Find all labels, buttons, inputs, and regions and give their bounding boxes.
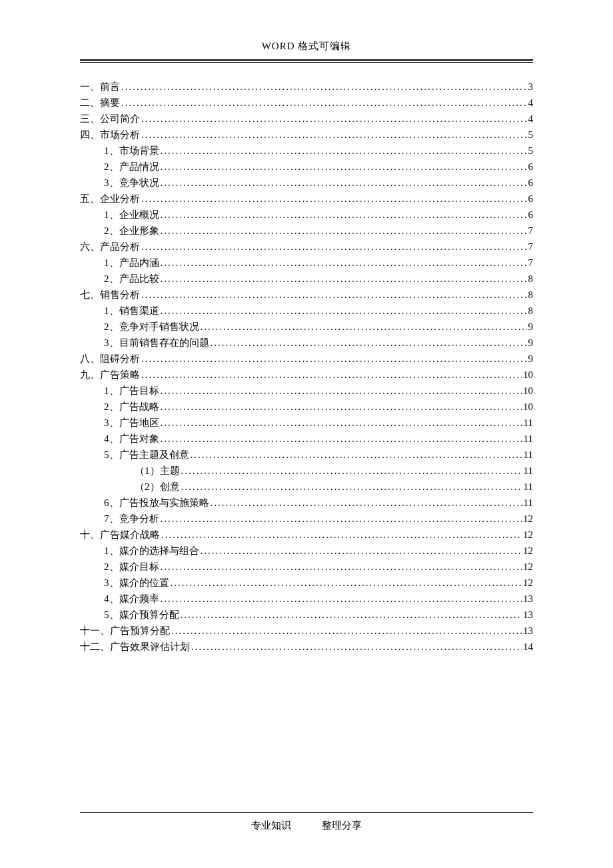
- toc-leader-dots: [181, 607, 522, 623]
- toc-entry-label: 2、产品情况: [104, 159, 159, 175]
- toc-entry-page: 8: [528, 287, 534, 303]
- toc-leader-dots: [141, 287, 527, 303]
- toc-entry-page: 13: [523, 623, 533, 639]
- toc-leader-dots: [161, 559, 522, 575]
- toc-leader-dots: [191, 639, 522, 655]
- toc-entry-page: 11: [524, 431, 533, 447]
- toc-leader-dots: [141, 127, 527, 143]
- toc-entry-label: 十一、广告预算分配: [80, 623, 170, 639]
- toc-entry[interactable]: 1、市场背景5: [80, 143, 533, 159]
- toc-entry[interactable]: 1、企业概况6: [80, 207, 533, 223]
- toc-entry-page: 12: [523, 511, 533, 527]
- toc-entry-page: 8: [528, 271, 534, 287]
- toc-entry[interactable]: 2、产品比较8: [80, 271, 533, 287]
- toc-entry[interactable]: 3、媒介的位置12: [80, 575, 533, 591]
- toc-leader-dots: [161, 223, 527, 239]
- footer-rule: [80, 812, 533, 813]
- toc-entry[interactable]: 1、广告目标10: [80, 383, 533, 399]
- toc-leader-dots: [171, 575, 522, 591]
- toc-entry-page: 7: [528, 239, 534, 255]
- toc-entry[interactable]: 二、摘要4: [80, 95, 533, 111]
- toc-entry[interactable]: 1、销售渠道8: [80, 303, 533, 319]
- toc-entry[interactable]: 7、竞争分析12: [80, 511, 533, 527]
- toc-entry[interactable]: 5、广告主题及创意11: [80, 447, 533, 463]
- toc-entry-page: 11: [524, 495, 533, 511]
- toc-entry[interactable]: 一、前言3: [80, 79, 533, 95]
- toc-leader-dots: [141, 351, 527, 367]
- toc-entry[interactable]: 2、企业形象7: [80, 223, 533, 239]
- toc-entry-label: 5、媒介预算分配: [104, 607, 179, 623]
- toc-leader-dots: [161, 591, 522, 607]
- toc-entry-label: 七、销售分析: [80, 287, 140, 303]
- toc-entry[interactable]: 2、产品情况6: [80, 159, 533, 175]
- toc-entry[interactable]: 五、企业分析6: [80, 191, 533, 207]
- toc-entry[interactable]: 3、目前销售存在的问题9: [80, 335, 533, 351]
- toc-entry-page: 10: [523, 367, 533, 383]
- toc-entry[interactable]: 八、阻碍分析9: [80, 351, 533, 367]
- toc-entry-page: 5: [528, 143, 534, 159]
- toc-entry-page: 5: [528, 127, 534, 143]
- toc-entry-label: 二、摘要: [80, 95, 120, 111]
- toc-entry-page: 7: [528, 255, 534, 271]
- toc-entry-label: 六、产品分析: [80, 239, 140, 255]
- toc-entry[interactable]: 九、广告策略10: [80, 367, 533, 383]
- toc-entry-label: 2、广告战略: [104, 399, 159, 415]
- toc-entry-page: 12: [523, 543, 533, 559]
- toc-entry-label: 4、媒介频率: [104, 591, 159, 607]
- toc-entry[interactable]: （2）创意11: [80, 479, 533, 495]
- toc-entry[interactable]: 十二、广告效果评估计划14: [80, 639, 533, 655]
- toc-leader-dots: [141, 111, 527, 127]
- toc-entry-label: 1、市场背景: [104, 143, 159, 159]
- toc-entry[interactable]: 4、广告对象11: [80, 431, 533, 447]
- toc-entry-label: 5、广告主题及创意: [104, 447, 189, 463]
- toc-entry-page: 11: [524, 447, 533, 463]
- toc-leader-dots: [161, 303, 527, 319]
- toc-entry-page: 12: [523, 575, 533, 591]
- toc-entry[interactable]: 6、广告投放与实施策略11: [80, 495, 533, 511]
- header-rule-thick: [80, 59, 533, 61]
- toc-entry[interactable]: 5、媒介预算分配13: [80, 607, 533, 623]
- toc-entry-page: 4: [528, 95, 534, 111]
- toc-entry[interactable]: 2、竞争对手销售状况9: [80, 319, 533, 335]
- toc-entry[interactable]: 2、媒介目标12: [80, 559, 533, 575]
- toc-leader-dots: [161, 383, 522, 399]
- toc-entry[interactable]: 1、媒介的选择与组合12: [80, 543, 533, 559]
- toc-entry-label: 1、产品内涵: [104, 255, 159, 271]
- toc-leader-dots: [121, 95, 527, 111]
- footer-text-right: 整理分享: [322, 820, 362, 831]
- toc-entry-label: 十二、广告效果评估计划: [80, 639, 190, 655]
- toc-entry-label: 6、广告投放与实施策略: [104, 495, 209, 511]
- toc-leader-dots: [181, 479, 522, 495]
- toc-entry[interactable]: 六、产品分析7: [80, 239, 533, 255]
- toc-entry[interactable]: 十一、广告预算分配13: [80, 623, 533, 639]
- toc-entry[interactable]: 1、产品内涵7: [80, 255, 533, 271]
- toc-entry-page: 10: [523, 383, 533, 399]
- toc-entry[interactable]: 3、竞争状况6: [80, 175, 533, 191]
- toc-entry[interactable]: 四、市场分析5: [80, 127, 533, 143]
- toc-leader-dots: [171, 623, 522, 639]
- toc-entry-label: 3、目前销售存在的问题: [104, 335, 209, 351]
- toc-leader-dots: [141, 191, 527, 207]
- header-rule-thin: [80, 62, 533, 63]
- toc-leader-dots: [161, 207, 527, 223]
- toc-entry-page: 7: [528, 223, 534, 239]
- toc-entry-label: 九、广告策略: [80, 367, 140, 383]
- toc-leader-dots: [161, 527, 522, 543]
- toc-entry[interactable]: 4、媒介频率13: [80, 591, 533, 607]
- toc-entry[interactable]: 3、广告地区11: [80, 415, 533, 431]
- toc-entry-label: 1、广告目标: [104, 383, 159, 399]
- toc-entry-page: 11: [524, 463, 533, 479]
- toc-leader-dots: [201, 319, 527, 335]
- toc-entry[interactable]: 三、公司简介4: [80, 111, 533, 127]
- toc-entry[interactable]: 七、销售分析8: [80, 287, 533, 303]
- toc-leader-dots: [161, 399, 522, 415]
- toc-leader-dots: [161, 271, 527, 287]
- toc-entry[interactable]: 2、广告战略10: [80, 399, 533, 415]
- toc-entry-page: 12: [523, 527, 533, 543]
- toc-entry[interactable]: （1）主题11: [80, 463, 533, 479]
- toc-leader-dots: [161, 255, 527, 271]
- toc-entry[interactable]: 十、广告媒介战略12: [80, 527, 533, 543]
- toc-leader-dots: [181, 463, 522, 479]
- toc-entry-page: 13: [523, 591, 533, 607]
- footer-text-left: 专业知识: [251, 820, 291, 831]
